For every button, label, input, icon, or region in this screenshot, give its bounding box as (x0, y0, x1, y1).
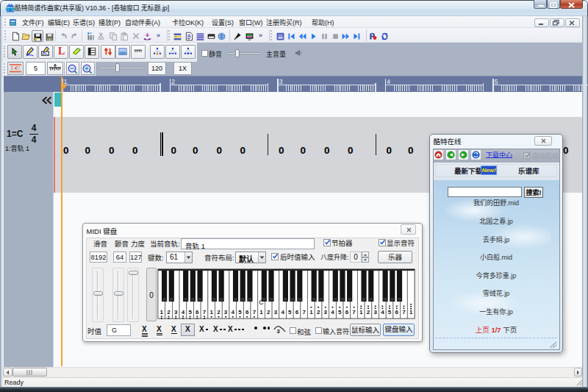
svg-text:7: 7 (202, 309, 206, 316)
svg-text:2: 2 (167, 309, 171, 316)
svg-text:1: 1 (259, 309, 263, 316)
svg-text:1: 1 (159, 309, 163, 316)
svg-text:7: 7 (352, 309, 356, 316)
svg-text:4: 4 (231, 309, 234, 316)
svg-text:1: 1 (209, 309, 213, 316)
svg-text:1: 1 (309, 309, 313, 316)
svg-text:1: 1 (409, 309, 412, 316)
svg-text:4: 4 (331, 309, 334, 316)
svg-text:5: 5 (387, 309, 391, 316)
svg-text:5: 5 (188, 309, 192, 316)
svg-text:6: 6 (196, 309, 199, 316)
svg-text:6: 6 (295, 309, 298, 316)
svg-text:1: 1 (359, 309, 363, 316)
svg-text:4: 4 (281, 309, 284, 316)
svg-text:3: 3 (373, 309, 377, 316)
svg-text:4: 4 (381, 309, 384, 316)
svg-text:2: 2 (316, 309, 320, 316)
svg-text:4: 4 (181, 309, 184, 316)
svg-text:3: 3 (277, 328, 280, 335)
svg-text:7: 7 (252, 309, 256, 316)
svg-text:7: 7 (402, 309, 406, 316)
svg-text:5: 5 (337, 309, 341, 316)
svg-text:5: 5 (238, 309, 242, 316)
svg-text:3: 3 (223, 309, 227, 316)
svg-text:2: 2 (217, 309, 220, 316)
svg-text:6: 6 (245, 309, 248, 316)
svg-text:3: 3 (174, 309, 178, 316)
svg-text:6: 6 (395, 309, 398, 316)
svg-text:5: 5 (288, 309, 292, 316)
svg-text:7: 7 (302, 309, 306, 316)
svg-text:3: 3 (273, 309, 277, 316)
svg-text:3: 3 (323, 309, 327, 316)
svg-text:6: 6 (345, 309, 348, 316)
svg-text:2: 2 (267, 309, 270, 316)
svg-text:2: 2 (366, 309, 370, 316)
